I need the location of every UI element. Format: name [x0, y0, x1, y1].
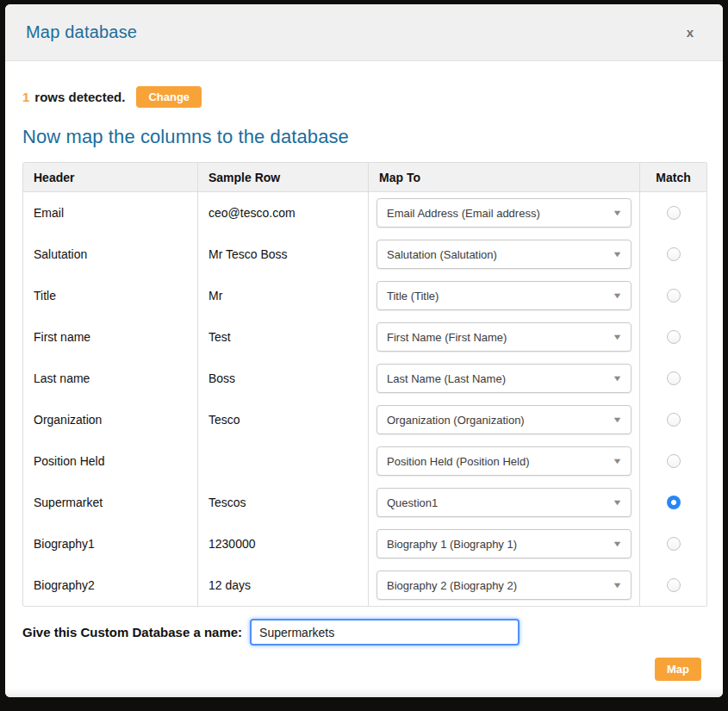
- row-header-cell: Supermarket: [23, 482, 197, 523]
- column-header-sample: Sample Row: [197, 163, 368, 191]
- row-mapto-cell: Question1 ▼: [368, 482, 639, 523]
- map-to-select[interactable]: Biography 2 (Biography 2) ▼: [376, 571, 632, 600]
- row-match-cell: [639, 564, 706, 606]
- match-radio[interactable]: [667, 289, 681, 302]
- database-name-input[interactable]: [250, 619, 520, 646]
- column-header-match: Match: [639, 163, 706, 191]
- map-to-selected-value: Biography 2 (Biography 2): [387, 579, 517, 592]
- match-radio[interactable]: [667, 413, 681, 427]
- table-row: Last name Boss Last Name (Last Name) ▼: [23, 358, 706, 399]
- mapping-table: Header Sample Row Map To Match Email ceo…: [22, 162, 707, 607]
- map-to-selected-value: Email Address (Email address): [387, 207, 540, 220]
- modal-body: 1 rows detected. Change Now map the colu…: [5, 61, 723, 650]
- chevron-down-icon: ▼: [612, 498, 622, 507]
- row-sample-cell: Mr Tesco Boss: [197, 234, 368, 275]
- row-header-cell: Biography2: [23, 564, 197, 606]
- column-header-mapto: Map To: [368, 163, 639, 191]
- close-icon[interactable]: x: [681, 22, 699, 42]
- table-row: Email ceo@tesco.com Email Address (Email…: [23, 192, 706, 234]
- row-sample-cell: Mr: [197, 275, 368, 316]
- rows-detected-text: rows detected.: [34, 90, 125, 104]
- row-sample-cell: Test: [197, 316, 368, 358]
- row-mapto-cell: Last Name (Last Name) ▼: [368, 358, 639, 399]
- map-to-select[interactable]: Organization (Organization) ▼: [376, 405, 632, 434]
- table-header-row: Header Sample Row Map To Match: [23, 163, 706, 192]
- row-sample-cell: [197, 440, 368, 482]
- table-row: Salutation Mr Tesco Boss Salutation (Sal…: [23, 234, 706, 275]
- table-row: Position Held Position Held (Position He…: [23, 440, 706, 482]
- rows-detected-count: 1: [22, 90, 29, 104]
- match-radio[interactable]: [667, 330, 681, 344]
- map-to-select[interactable]: Question1 ▼: [376, 488, 632, 517]
- match-radio[interactable]: [667, 496, 681, 509]
- row-sample-cell: Tesco: [197, 399, 368, 440]
- row-sample-cell: ceo@tesco.com: [197, 192, 368, 234]
- row-header-cell: Email: [23, 192, 197, 234]
- row-header-label: Position Held: [34, 454, 105, 468]
- row-mapto-cell: Biography 2 (Biography 2) ▼: [368, 564, 639, 606]
- match-radio[interactable]: [667, 247, 681, 261]
- row-match-cell: [639, 399, 706, 440]
- map-to-selected-value: Biography 1 (Biography 1): [387, 538, 517, 551]
- map-to-select[interactable]: First Name (First Name) ▼: [376, 322, 632, 352]
- map-to-selected-value: Title (Title): [387, 290, 439, 302]
- modal-footer-strip: [5, 688, 723, 697]
- row-header-label: Supermarket: [34, 496, 103, 509]
- row-header-label: Salutation: [34, 247, 87, 261]
- row-sample-value: Mr Tesco Boss: [208, 247, 288, 261]
- chevron-down-icon: ▼: [612, 457, 622, 465]
- chevron-down-icon: ▼: [612, 415, 622, 424]
- row-mapto-cell: Email Address (Email address) ▼: [368, 192, 639, 234]
- map-to-select[interactable]: Email Address (Email address) ▼: [376, 198, 632, 228]
- match-radio[interactable]: [667, 578, 681, 592]
- row-header-cell: Last name: [23, 358, 197, 399]
- row-sample-value: Mr: [208, 289, 222, 302]
- map-to-select[interactable]: Biography 1 (Biography 1) ▼: [376, 529, 632, 558]
- row-match-cell: [639, 316, 706, 358]
- page-title: Now map the columns to the database: [22, 126, 706, 148]
- row-header-cell: First name: [23, 316, 197, 358]
- map-to-selected-value: Last Name (Last Name): [387, 372, 506, 385]
- match-radio[interactable]: [667, 537, 681, 551]
- match-radio[interactable]: [667, 206, 681, 220]
- map-database-modal: Map database x 1 rows detected. Change N…: [5, 4, 723, 697]
- chevron-down-icon: ▼: [612, 250, 622, 259]
- row-header-label: Email: [34, 206, 64, 220]
- row-header-cell: Salutation: [23, 234, 197, 275]
- chevron-down-icon: ▼: [612, 539, 622, 548]
- table-row: Title Mr Title (Title) ▼: [23, 275, 706, 316]
- map-to-select[interactable]: Last Name (Last Name) ▼: [376, 364, 632, 393]
- chevron-down-icon: ▼: [612, 291, 622, 300]
- map-to-selected-value: Salutation (Salutation): [387, 248, 497, 261]
- match-radio[interactable]: [667, 454, 681, 468]
- map-button[interactable]: Map: [655, 658, 701, 681]
- map-to-select[interactable]: Salutation (Salutation) ▼: [376, 240, 632, 269]
- row-match-cell: [639, 482, 706, 523]
- row-mapto-cell: Salutation (Salutation) ▼: [368, 234, 639, 275]
- table-row: First name Test First Name (First Name) …: [23, 316, 706, 358]
- row-header-label: Last name: [34, 371, 90, 385]
- map-to-selected-value: Position Held (Position Held): [387, 455, 529, 468]
- table-row: Supermarket Tescos Question1 ▼: [23, 482, 706, 523]
- row-mapto-cell: Biography 1 (Biography 1) ▼: [368, 523, 639, 564]
- row-sample-value: 1230000: [208, 537, 256, 551]
- map-to-select[interactable]: Position Held (Position Held) ▼: [376, 446, 632, 476]
- row-header-label: Biography2: [34, 578, 95, 592]
- row-header-cell: Biography1: [23, 523, 197, 564]
- row-match-cell: [639, 523, 706, 564]
- rows-detected-line: 1 rows detected. Change: [22, 86, 706, 108]
- table-body: Email ceo@tesco.com Email Address (Email…: [23, 192, 706, 606]
- change-button[interactable]: Change: [136, 86, 202, 108]
- map-to-select[interactable]: Title (Title) ▼: [376, 281, 632, 310]
- match-radio[interactable]: [667, 371, 681, 385]
- row-mapto-cell: First Name (First Name) ▼: [368, 316, 639, 358]
- row-sample-cell: Boss: [197, 358, 368, 399]
- row-match-cell: [639, 192, 706, 234]
- modal-footer: Map: [5, 650, 723, 688]
- row-sample-value: 12 days: [208, 578, 251, 592]
- row-sample-value: Test: [208, 330, 231, 344]
- database-name-row: Give this Custom Database a name:: [22, 619, 706, 646]
- chevron-down-icon: ▼: [612, 209, 622, 217]
- modal-header: Map database x: [5, 4, 723, 61]
- modal-title: Map database: [26, 22, 137, 42]
